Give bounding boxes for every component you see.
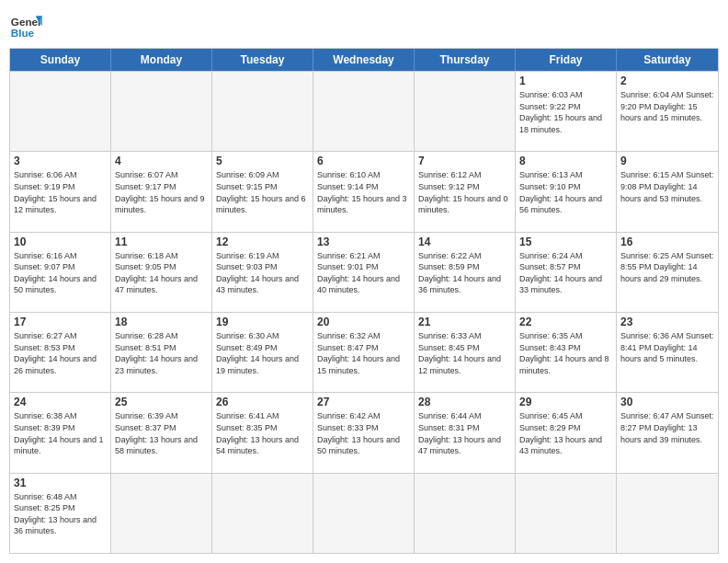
- day-info: Sunrise: 6:06 AM Sunset: 9:19 PM Dayligh…: [14, 169, 107, 215]
- calendar-cell: [313, 474, 415, 553]
- day-number: 24: [14, 396, 107, 408]
- day-info: Sunrise: 6:47 AM Sunset: 8:27 PM Dayligh…: [620, 410, 714, 445]
- day-number: 6: [317, 155, 410, 167]
- weekday-header: Thursday: [415, 49, 516, 71]
- day-number: 9: [620, 155, 714, 167]
- day-info: Sunrise: 6:45 AM Sunset: 8:29 PM Dayligh…: [519, 410, 612, 456]
- weekday-header: Monday: [111, 49, 212, 71]
- day-number: 30: [620, 396, 714, 408]
- calendar-cell: [313, 72, 415, 151]
- day-info: Sunrise: 6:28 AM Sunset: 8:51 PM Dayligh…: [115, 330, 208, 376]
- calendar-header-row: SundayMondayTuesdayWednesdayThursdayFrid…: [10, 49, 718, 71]
- day-number: 28: [418, 396, 511, 408]
- calendar-cell: 12Sunrise: 6:19 AM Sunset: 9:03 PM Dayli…: [212, 233, 313, 312]
- day-info: Sunrise: 6:27 AM Sunset: 8:53 PM Dayligh…: [14, 330, 107, 376]
- page-header: General Blue: [9, 9, 719, 42]
- calendar-cell: 2Sunrise: 6:04 AM Sunset: 9:20 PM Daylig…: [617, 72, 718, 151]
- day-info: Sunrise: 6:04 AM Sunset: 9:20 PM Dayligh…: [620, 89, 714, 124]
- day-info: Sunrise: 6:35 AM Sunset: 8:43 PM Dayligh…: [519, 330, 612, 376]
- calendar-week-row: 10Sunrise: 6:16 AM Sunset: 9:07 PM Dayli…: [10, 232, 718, 312]
- day-info: Sunrise: 6:44 AM Sunset: 8:31 PM Dayligh…: [418, 410, 511, 456]
- day-info: Sunrise: 6:22 AM Sunset: 8:59 PM Dayligh…: [418, 250, 511, 296]
- day-info: Sunrise: 6:41 AM Sunset: 8:35 PM Dayligh…: [216, 410, 309, 456]
- logo-icon: General Blue: [9, 9, 42, 42]
- calendar-cell: 8Sunrise: 6:13 AM Sunset: 9:10 PM Daylig…: [516, 152, 617, 231]
- day-info: Sunrise: 6:48 AM Sunset: 8:25 PM Dayligh…: [14, 491, 107, 537]
- day-info: Sunrise: 6:12 AM Sunset: 9:12 PM Dayligh…: [418, 169, 511, 215]
- day-info: Sunrise: 6:15 AM Sunset: 9:08 PM Dayligh…: [620, 169, 714, 204]
- calendar: SundayMondayTuesdayWednesdayThursdayFrid…: [9, 48, 719, 554]
- calendar-cell: [415, 72, 516, 151]
- calendar-week-row: 17Sunrise: 6:27 AM Sunset: 8:53 PM Dayli…: [10, 312, 718, 392]
- day-number: 8: [519, 155, 612, 167]
- day-number: 14: [418, 236, 511, 248]
- day-number: 11: [115, 236, 208, 248]
- calendar-cell: 5Sunrise: 6:09 AM Sunset: 9:15 PM Daylig…: [212, 152, 313, 231]
- calendar-cell: 25Sunrise: 6:39 AM Sunset: 8:37 PM Dayli…: [111, 393, 212, 472]
- day-number: 13: [317, 236, 410, 248]
- calendar-cell: 24Sunrise: 6:38 AM Sunset: 8:39 PM Dayli…: [10, 393, 111, 472]
- calendar-week-row: 1Sunrise: 6:03 AM Sunset: 9:22 PM Daylig…: [10, 71, 718, 151]
- day-info: Sunrise: 6:39 AM Sunset: 8:37 PM Dayligh…: [115, 410, 208, 456]
- day-number: 12: [216, 236, 309, 248]
- calendar-week-row: 31Sunrise: 6:48 AM Sunset: 8:25 PM Dayli…: [10, 473, 718, 553]
- calendar-cell: [10, 72, 111, 151]
- day-info: Sunrise: 6:03 AM Sunset: 9:22 PM Dayligh…: [519, 89, 612, 135]
- calendar-cell: 28Sunrise: 6:44 AM Sunset: 8:31 PM Dayli…: [415, 393, 516, 472]
- weekday-header: Wednesday: [313, 49, 415, 71]
- calendar-cell: 7Sunrise: 6:12 AM Sunset: 9:12 PM Daylig…: [415, 152, 516, 231]
- day-number: 21: [418, 316, 511, 328]
- calendar-cell: 9Sunrise: 6:15 AM Sunset: 9:08 PM Daylig…: [617, 152, 718, 231]
- calendar-cell: [212, 72, 313, 151]
- day-info: Sunrise: 6:25 AM Sunset: 8:55 PM Dayligh…: [620, 250, 714, 285]
- day-number: 7: [418, 155, 511, 167]
- day-number: 23: [620, 316, 714, 328]
- calendar-cell: 27Sunrise: 6:42 AM Sunset: 8:33 PM Dayli…: [313, 393, 415, 472]
- day-number: 3: [14, 155, 107, 167]
- day-number: 25: [115, 396, 208, 408]
- day-number: 26: [216, 396, 309, 408]
- day-number: 10: [14, 236, 107, 248]
- day-number: 4: [115, 155, 208, 167]
- day-info: Sunrise: 6:13 AM Sunset: 9:10 PM Dayligh…: [519, 169, 612, 215]
- calendar-cell: 10Sunrise: 6:16 AM Sunset: 9:07 PM Dayli…: [10, 233, 111, 312]
- calendar-cell: 6Sunrise: 6:10 AM Sunset: 9:14 PM Daylig…: [313, 152, 415, 231]
- calendar-cell: 13Sunrise: 6:21 AM Sunset: 9:01 PM Dayli…: [313, 233, 415, 312]
- svg-text:Blue: Blue: [11, 27, 35, 39]
- calendar-cell: 21Sunrise: 6:33 AM Sunset: 8:45 PM Dayli…: [415, 313, 516, 392]
- calendar-week-row: 24Sunrise: 6:38 AM Sunset: 8:39 PM Dayli…: [10, 392, 718, 472]
- calendar-cell: 23Sunrise: 6:36 AM Sunset: 8:41 PM Dayli…: [617, 313, 718, 392]
- day-number: 16: [620, 236, 714, 248]
- day-info: Sunrise: 6:33 AM Sunset: 8:45 PM Dayligh…: [418, 330, 511, 376]
- weekday-header: Saturday: [617, 49, 718, 71]
- calendar-cell: 4Sunrise: 6:07 AM Sunset: 9:17 PM Daylig…: [111, 152, 212, 231]
- calendar-cell: 14Sunrise: 6:22 AM Sunset: 8:59 PM Dayli…: [415, 233, 516, 312]
- day-info: Sunrise: 6:07 AM Sunset: 9:17 PM Dayligh…: [115, 169, 208, 215]
- calendar-cell: 26Sunrise: 6:41 AM Sunset: 8:35 PM Dayli…: [212, 393, 313, 472]
- day-info: Sunrise: 6:30 AM Sunset: 8:49 PM Dayligh…: [216, 330, 309, 376]
- weekday-header: Sunday: [10, 49, 111, 71]
- day-number: 1: [519, 75, 612, 87]
- day-number: 2: [620, 75, 714, 87]
- day-info: Sunrise: 6:21 AM Sunset: 9:01 PM Dayligh…: [317, 250, 410, 296]
- calendar-week-row: 3Sunrise: 6:06 AM Sunset: 9:19 PM Daylig…: [10, 151, 718, 231]
- day-number: 19: [216, 316, 309, 328]
- calendar-cell: [415, 474, 516, 553]
- day-info: Sunrise: 6:24 AM Sunset: 8:57 PM Dayligh…: [519, 250, 612, 296]
- day-info: Sunrise: 6:16 AM Sunset: 9:07 PM Dayligh…: [14, 250, 107, 296]
- calendar-cell: [617, 474, 718, 553]
- calendar-cell: [111, 474, 212, 553]
- day-info: Sunrise: 6:19 AM Sunset: 9:03 PM Dayligh…: [216, 250, 309, 296]
- day-info: Sunrise: 6:36 AM Sunset: 8:41 PM Dayligh…: [620, 330, 714, 365]
- weekday-header: Tuesday: [212, 49, 313, 71]
- calendar-cell: 15Sunrise: 6:24 AM Sunset: 8:57 PM Dayli…: [516, 233, 617, 312]
- day-info: Sunrise: 6:09 AM Sunset: 9:15 PM Dayligh…: [216, 169, 309, 215]
- weekday-header: Friday: [516, 49, 617, 71]
- calendar-cell: 29Sunrise: 6:45 AM Sunset: 8:29 PM Dayli…: [516, 393, 617, 472]
- calendar-cell: [516, 474, 617, 553]
- day-number: 17: [14, 316, 107, 328]
- calendar-cell: [212, 474, 313, 553]
- day-number: 27: [317, 396, 410, 408]
- calendar-cell: 17Sunrise: 6:27 AM Sunset: 8:53 PM Dayli…: [10, 313, 111, 392]
- calendar-cell: 18Sunrise: 6:28 AM Sunset: 8:51 PM Dayli…: [111, 313, 212, 392]
